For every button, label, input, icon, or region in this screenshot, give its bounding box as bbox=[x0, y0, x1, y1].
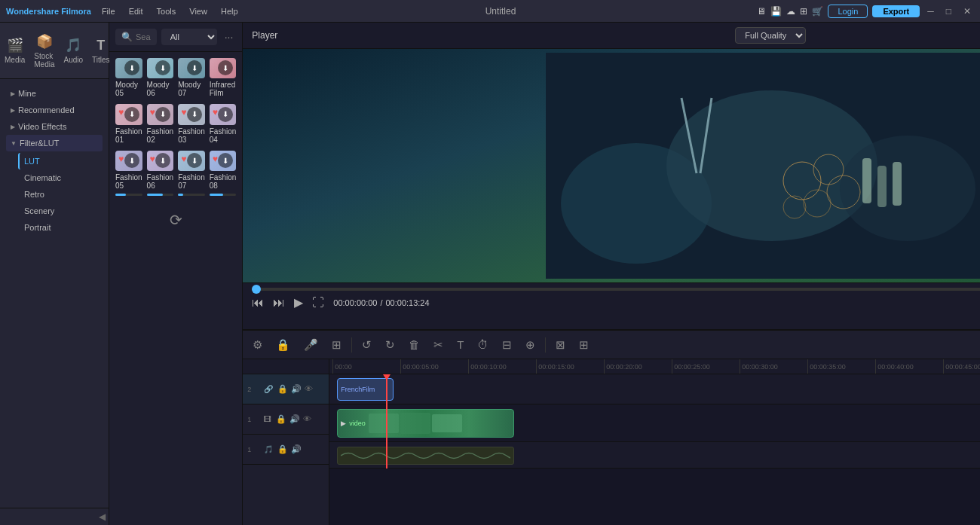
effect-fashion01[interactable]: ♥ ⬇ Fashion 01 bbox=[115, 104, 142, 145]
menu-tools[interactable]: Tools bbox=[151, 5, 182, 17]
quality-select[interactable]: Full Quality 1/2 1/4 bbox=[735, 27, 806, 44]
progress-bar[interactable] bbox=[252, 288, 980, 291]
audio-icon: 🎵 bbox=[65, 37, 81, 53]
titlebar-icon-cart[interactable]: 🛒 bbox=[812, 6, 823, 17]
login-button[interactable]: Login bbox=[828, 5, 868, 18]
undo-button[interactable]: ↺ bbox=[358, 336, 375, 354]
svg-point-2 bbox=[666, 90, 877, 241]
effect-moody06[interactable]: ⬇ Moody 06 bbox=[147, 58, 174, 99]
nav-media[interactable]: 🎬 Media bbox=[0, 34, 29, 67]
effect-fashion08[interactable]: ♥ ⬇ Fashion 08 bbox=[210, 151, 237, 196]
timeline-mic-button[interactable]: 🎤 bbox=[300, 336, 322, 354]
sidebar-item-recommended[interactable]: ▶ Recommended bbox=[6, 102, 103, 118]
clip-audio[interactable] bbox=[337, 447, 514, 465]
effect-moody05[interactable]: ⬇ Moody 05 bbox=[115, 58, 142, 99]
right-panel: Player Full Quality 1/2 1/4 📷 bbox=[243, 23, 980, 525]
filter-lut-arrow: ▼ bbox=[11, 140, 17, 147]
sidebar-item-video-effects[interactable]: ▶ Video Effects bbox=[6, 118, 103, 135]
minimize-button[interactable]: ─ bbox=[924, 5, 937, 18]
fullscreen-button[interactable]: ⛶ bbox=[312, 296, 324, 310]
timeline-tracks[interactable]: 00:00 00:00:05:00 00:00:10:00 00:00:15:0… bbox=[329, 359, 980, 525]
effect-fashion07[interactable]: ♥ ⬇ Fashion 07 bbox=[178, 151, 205, 196]
titlebar-icon-cloud[interactable]: ☁ bbox=[786, 6, 795, 17]
effect-infrared[interactable]: ⬇ Infrared Film bbox=[210, 58, 237, 99]
effect-label: Fashion 06 bbox=[147, 171, 174, 192]
nav-audio[interactable]: 🎵 Audio bbox=[60, 34, 88, 67]
effect-fashion03[interactable]: ♥ ⬇ Fashion 03 bbox=[178, 104, 205, 145]
redo-button[interactable]: ↻ bbox=[381, 336, 399, 354]
text-button[interactable]: T bbox=[453, 336, 467, 353]
collapse-button[interactable]: ◀ bbox=[99, 511, 106, 522]
search-icon: 🔍 bbox=[121, 32, 133, 42]
target-button[interactable]: ⊕ bbox=[522, 336, 539, 354]
sidebar-sub-retro[interactable]: Retro bbox=[18, 186, 103, 203]
nav-stock-media[interactable]: 📦 Stock Media bbox=[29, 30, 59, 72]
sidebar-item-filter-lut[interactable]: ▼ Filter&LUT bbox=[6, 135, 103, 151]
svg-rect-11 bbox=[862, 158, 871, 203]
maximize-button[interactable]: □ bbox=[943, 5, 954, 18]
sidebar-sub-portrait[interactable]: Portrait bbox=[18, 219, 103, 236]
track-audio-vol[interactable]: 🔊 bbox=[291, 444, 302, 454]
ruler-mark-15: 00:00:15:00 bbox=[536, 359, 604, 374]
effect-label: Moody 07 bbox=[178, 78, 205, 99]
timer-button[interactable]: ⏱ bbox=[473, 336, 492, 353]
clip-video[interactable]: ▶ video bbox=[337, 409, 514, 438]
track-video-vol[interactable]: 🔊 bbox=[289, 414, 300, 424]
effect-fashion04[interactable]: ♥ ⬇ Fashion 04 bbox=[210, 104, 237, 145]
ruler-mark-40: 00:00:40:00 bbox=[875, 359, 943, 374]
insert-media-button[interactable]: ⊞ bbox=[575, 336, 593, 354]
track-video-controls: 🔒 🔊 👁 bbox=[276, 414, 311, 424]
playhead-dot bbox=[252, 285, 261, 294]
download-icon: ⬇ bbox=[155, 107, 170, 122]
track-volume-btn[interactable]: 🔊 bbox=[291, 384, 302, 394]
track-eye-btn[interactable]: 👁 bbox=[305, 384, 313, 394]
menu-edit[interactable]: Edit bbox=[123, 5, 149, 17]
search-input[interactable] bbox=[136, 32, 151, 41]
tracks-container: FrenchFilm ▶ video bbox=[329, 374, 980, 469]
download-icon: ⬇ bbox=[124, 153, 139, 168]
sidebar-item-mine[interactable]: ▶ Mine bbox=[6, 85, 103, 102]
ruler-spacer bbox=[243, 359, 329, 374]
download-icon: ⬇ bbox=[218, 107, 233, 122]
titlebar-icon-screen[interactable]: 🖥 bbox=[757, 6, 766, 17]
effect-fashion05[interactable]: ♥ ⬇ Fashion 05 bbox=[115, 151, 142, 196]
track-video-lock[interactable]: 🔒 bbox=[276, 414, 286, 424]
track-label-filter: 2 🔗 🔒 🔊 👁 bbox=[243, 374, 329, 404]
sidebar-sub-lut[interactable]: LUT bbox=[18, 153, 103, 169]
effect-fashion06[interactable]: ♥ ⬇ Fashion 06 bbox=[147, 151, 174, 196]
menu-view[interactable]: View bbox=[183, 5, 213, 17]
cut-button[interactable]: ✂ bbox=[430, 336, 447, 354]
timeline-settings-button[interactable]: ⚙ bbox=[249, 336, 266, 354]
export-button[interactable]: Export bbox=[872, 5, 920, 17]
download-icon: ⬇ bbox=[218, 153, 233, 168]
menu-file[interactable]: File bbox=[96, 5, 121, 17]
step-back-button[interactable]: ⏮ bbox=[252, 296, 264, 310]
track-audio-lock[interactable]: 🔒 bbox=[277, 444, 288, 454]
sidebar-sub-scenery[interactable]: Scenery bbox=[18, 203, 103, 219]
clip-frenchfilm[interactable]: FrenchFilm bbox=[337, 378, 394, 401]
app-logo: Wondershare Filmora bbox=[6, 7, 91, 16]
more-options-button[interactable]: ··· bbox=[222, 29, 237, 44]
filter-dropdown[interactable]: All Popular New bbox=[161, 29, 217, 45]
timeline-overlay-button[interactable]: ⊞ bbox=[328, 336, 345, 354]
track-labels: 2 🔗 🔒 🔊 👁 1 🎞 🔒 bbox=[243, 359, 329, 525]
effect-fashion02[interactable]: ♥ ⬇ Fashion 02 bbox=[147, 104, 174, 145]
play-button[interactable]: ▶ bbox=[294, 295, 303, 310]
adjust-button[interactable]: ⊟ bbox=[498, 336, 516, 354]
split-button[interactable]: ⊠ bbox=[552, 336, 569, 354]
sidebar-sub-cinematic[interactable]: Cinematic bbox=[18, 169, 103, 186]
delete-button[interactable]: 🗑 bbox=[405, 336, 424, 353]
effect-moody07[interactable]: ⬇ Moody 07 bbox=[178, 58, 205, 99]
track-lock-btn[interactable]: 🔒 bbox=[277, 384, 288, 394]
close-button[interactable]: ✕ bbox=[960, 5, 974, 18]
titlebar-icon-grid[interactable]: ⊞ bbox=[800, 6, 807, 17]
frame-back-button[interactable]: ⏭ bbox=[273, 296, 285, 310]
current-time: 00:00:00:00 bbox=[333, 298, 377, 307]
heart-icon: ♥ bbox=[150, 107, 155, 118]
timeline-lock-button[interactable]: 🔒 bbox=[272, 336, 294, 354]
menu-help[interactable]: Help bbox=[215, 5, 244, 17]
svg-rect-12 bbox=[877, 166, 887, 207]
titlebar-icon-save[interactable]: 💾 bbox=[770, 6, 782, 17]
effect-label: Fashion 08 bbox=[210, 171, 237, 192]
track-video-eye[interactable]: 👁 bbox=[303, 414, 311, 424]
